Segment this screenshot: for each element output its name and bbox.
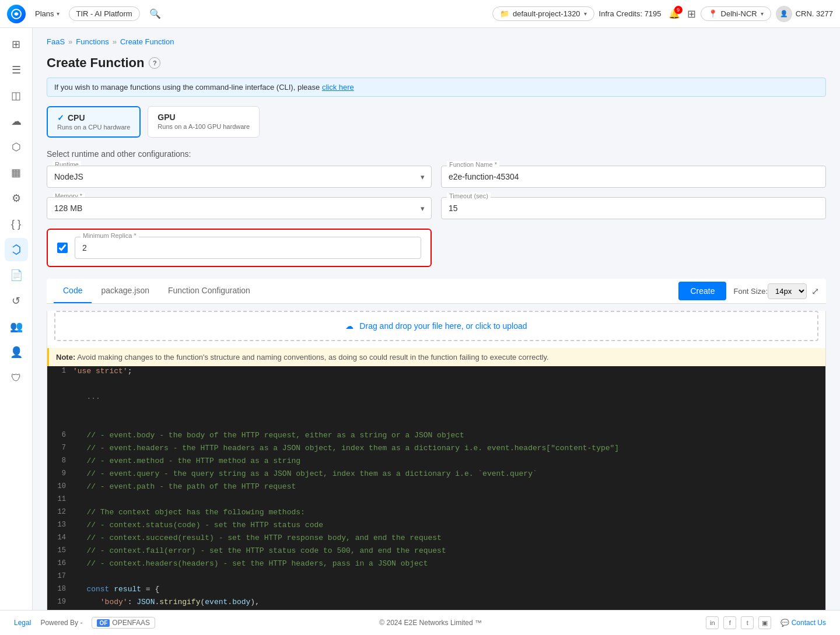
form-row-1: Runtime NodeJS Function Name *	[47, 166, 826, 188]
platform-badge[interactable]: TIR - AI Platform	[69, 6, 140, 21]
gpu-card[interactable]: GPU Runs on a A-100 GPU hardware	[148, 106, 260, 138]
rss-icon[interactable]: ▣	[758, 616, 771, 629]
font-size-select[interactable]: 12px 13px 14px 15px 16px	[768, 283, 807, 299]
tab-code[interactable]: Code	[54, 279, 92, 303]
region-label: Delhi-NCR	[721, 9, 757, 18]
sidebar-item-function[interactable]	[5, 238, 28, 261]
sidebar-item-users[interactable]: 👥	[5, 315, 28, 338]
code-line: 17	[47, 571, 825, 584]
runtime-group: Runtime NodeJS	[47, 166, 432, 188]
facebook-icon[interactable]: f	[723, 616, 736, 629]
memory-select-wrapper: 128 MB	[47, 197, 432, 219]
function-name-input[interactable]	[441, 166, 826, 188]
expand-icon[interactable]: ⤢	[811, 286, 819, 297]
sidebar-item-grid[interactable]: ▦	[5, 161, 28, 184]
location-icon: 📍	[708, 9, 718, 18]
section-label: Select runtime and other configurations:	[47, 149, 826, 159]
sidebar-item-storage[interactable]: ◫	[5, 84, 28, 107]
sidebar-item-list[interactable]: ☰	[5, 58, 28, 82]
upload-area[interactable]: ☁ Drag and drop your file here, or click…	[54, 311, 818, 341]
code-line	[47, 379, 825, 392]
logo	[7, 5, 26, 23]
project-chevron-icon: ▾	[584, 10, 587, 17]
replica-checkbox[interactable]	[57, 243, 68, 253]
memory-select[interactable]: 128 MB	[47, 197, 432, 219]
timeout-label: Timeout (sec)	[447, 192, 491, 199]
code-line: 1 'use strict';	[47, 366, 825, 379]
sidebar-item-cloud[interactable]: ☁	[5, 110, 28, 133]
page-title: Create Function	[47, 55, 144, 71]
timeout-input[interactable]	[441, 197, 826, 219]
upload-text: Drag and drop your file here, or click t…	[359, 321, 527, 331]
code-line: 14 // - context.succeed(result) - set th…	[47, 533, 825, 546]
sidebar-item-settings[interactable]: ⚙	[5, 187, 28, 210]
cpu-card-subtitle: Runs on a CPU hardware	[57, 124, 130, 131]
code-line: 16 // - context.headers(headers) - set t…	[47, 559, 825, 571]
breadcrumb-sep-1: »	[68, 37, 72, 46]
twitter-icon[interactable]: t	[741, 616, 754, 629]
code-line: 8 // - event.method - the HTTP method as…	[47, 456, 825, 469]
sidebar-item-user[interactable]: 👤	[5, 341, 28, 364]
footer-contact[interactable]: 💬 Contact Us	[780, 619, 826, 627]
notifications-button[interactable]: 🔔 9	[666, 6, 682, 22]
info-banner: If you wish to manage functions using th…	[47, 78, 826, 97]
code-line: 19 'body': JSON.stringify(event.body),	[47, 597, 825, 610]
sidebar-item-code[interactable]: { }	[5, 212, 28, 236]
project-label: default-project-1320	[513, 9, 580, 18]
tab-function-config[interactable]: Function Configuration	[159, 279, 260, 303]
apps-grid-button[interactable]: ⊞	[687, 8, 696, 20]
memory-group: Memory * 128 MB	[47, 197, 432, 219]
create-button[interactable]: Create	[678, 282, 726, 300]
replica-label: Minimum Replica *	[80, 232, 139, 239]
openfaas-label: OPENFAAS	[112, 619, 150, 627]
breadcrumb: FaaS » Functions » Create Function	[47, 37, 826, 46]
openfaas-badge[interactable]: OF OPENFAAS	[92, 617, 155, 629]
breadcrumb-sep-2: »	[113, 37, 117, 46]
cpu-card[interactable]: ✓ CPU Runs on a CPU hardware	[47, 106, 141, 138]
replica-row: Minimum Replica *	[47, 229, 432, 267]
nav-breadcrumb: TIR - AI Platform	[69, 6, 140, 21]
contact-icon: 💬	[780, 619, 789, 627]
user-profile[interactable]: 👤 CRN. 3277	[776, 6, 833, 22]
replica-input-group: Minimum Replica *	[75, 237, 421, 259]
sidebar-item-documents[interactable]: 📄	[5, 264, 28, 287]
breadcrumb-faas[interactable]: FaaS	[47, 37, 65, 46]
sidebar-item-nodes[interactable]: ⬡	[5, 135, 28, 159]
code-line: 10 // - event.path - the path of the HTT…	[47, 482, 825, 494]
code-editor[interactable]: 1 'use strict'; ...	[47, 366, 825, 610]
code-line: ...	[47, 392, 825, 405]
search-button[interactable]: 🔍	[145, 6, 166, 22]
info-link[interactable]: click here	[322, 83, 354, 92]
plans-dropdown[interactable]: Plans ▾	[30, 7, 64, 20]
main-content: FaaS » Functions » Create Function Creat…	[33, 28, 840, 610]
runtime-select[interactable]: NodeJS	[47, 166, 432, 188]
notifications-badge: 9	[674, 6, 682, 14]
tab-package-json[interactable]: package.json	[92, 279, 159, 303]
footer-legal[interactable]: Legal	[14, 619, 31, 627]
code-line	[47, 418, 825, 430]
timeout-group: Timeout (sec)	[441, 197, 826, 219]
function-name-group: Function Name *	[441, 166, 826, 188]
region-selector[interactable]: 📍 Delhi-NCR ▾	[701, 6, 771, 21]
tabs-bar: Code package.json Function Configuration…	[47, 279, 826, 304]
main-layout: ⊞ ☰ ◫ ☁ ⬡ ▦ ⚙ { } 📄 ↺ 👥 👤 🛡 FaaS » Funct…	[0, 28, 840, 610]
code-line: 6 // - event.body - the body of the HTTP…	[47, 430, 825, 443]
upload-cloud-icon: ☁	[345, 321, 354, 331]
sidebar-item-dashboard[interactable]: ⊞	[5, 33, 28, 56]
user-label: CRN. 3277	[796, 9, 833, 18]
sidebar-item-refresh[interactable]: ↺	[5, 289, 28, 313]
code-line: 9 // - event.query - the query string as…	[47, 469, 825, 482]
sidebar-item-shield[interactable]: 🛡	[5, 366, 28, 390]
page-title-area: Create Function ?	[47, 55, 826, 71]
avatar: 👤	[776, 6, 792, 22]
note-label: Note:	[56, 353, 75, 362]
openfaas-icon: OF	[97, 619, 110, 627]
gpu-card-subtitle: Runs on a A-100 GPU hardware	[158, 123, 250, 130]
minimum-replica-input[interactable]	[75, 237, 421, 259]
code-line: 18 const result = {	[47, 584, 825, 597]
help-icon[interactable]: ?	[149, 57, 160, 69]
breadcrumb-functions[interactable]: Functions	[76, 37, 108, 46]
project-selector[interactable]: 📁 default-project-1320 ▾	[492, 6, 594, 21]
linkedin-icon[interactable]: in	[706, 616, 719, 629]
form-row-2: Memory * 128 MB Timeout (sec)	[47, 197, 826, 219]
